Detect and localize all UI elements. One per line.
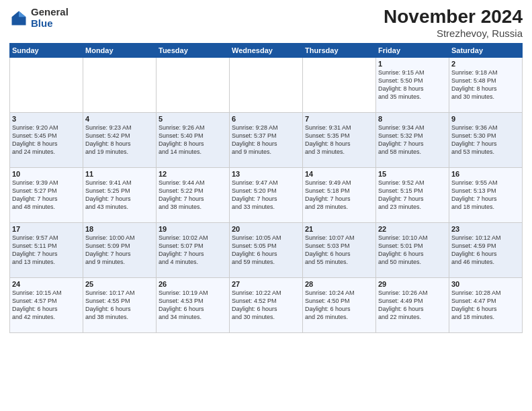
logo-blue-text: Blue bbox=[31, 18, 69, 30]
day-number: 10 bbox=[12, 170, 81, 178]
calendar-cell-w4-d1: 17Sunrise: 9:57 AM Sunset: 5:11 PM Dayli… bbox=[10, 222, 83, 277]
day-info: Sunrise: 10:28 AM Sunset: 4:47 PM Daylig… bbox=[451, 289, 520, 322]
calendar-cell-w5-d6: 29Sunrise: 10:26 AM Sunset: 4:49 PM Dayl… bbox=[376, 277, 449, 332]
day-info: Sunrise: 9:57 AM Sunset: 5:11 PM Dayligh… bbox=[12, 234, 81, 267]
calendar-cell-w4-d3: 19Sunrise: 10:02 AM Sunset: 5:07 PM Dayl… bbox=[157, 222, 230, 277]
day-info: Sunrise: 10:07 AM Sunset: 5:03 PM Daylig… bbox=[305, 234, 373, 267]
svg-marker-1 bbox=[19, 11, 26, 17]
day-number: 14 bbox=[305, 170, 373, 178]
day-number: 12 bbox=[159, 170, 227, 178]
day-number: 23 bbox=[451, 225, 520, 233]
calendar-cell-w5-d1: 24Sunrise: 10:15 AM Sunset: 4:57 PM Dayl… bbox=[10, 277, 83, 332]
day-number: 4 bbox=[85, 115, 154, 123]
day-info: Sunrise: 10:22 AM Sunset: 4:52 PM Daylig… bbox=[232, 289, 300, 322]
day-info: Sunrise: 9:36 AM Sunset: 5:30 PM Dayligh… bbox=[451, 124, 520, 156]
day-number: 21 bbox=[305, 225, 373, 233]
week-row-3: 10Sunrise: 9:39 AM Sunset: 5:27 PM Dayli… bbox=[10, 167, 523, 222]
calendar-cell-w3-d4: 13Sunrise: 9:47 AM Sunset: 5:20 PM Dayli… bbox=[230, 167, 303, 222]
day-number: 24 bbox=[12, 280, 81, 288]
day-number: 18 bbox=[85, 225, 154, 233]
col-tuesday: Tuesday bbox=[157, 43, 230, 57]
day-number: 5 bbox=[159, 115, 227, 123]
header-row: Sunday Monday Tuesday Wednesday Thursday… bbox=[10, 43, 523, 57]
day-info: Sunrise: 9:18 AM Sunset: 5:48 PM Dayligh… bbox=[451, 68, 520, 101]
day-info: Sunrise: 9:39 AM Sunset: 5:27 PM Dayligh… bbox=[12, 179, 81, 212]
calendar-cell-w1-d6: 1Sunrise: 9:15 AM Sunset: 5:50 PM Daylig… bbox=[376, 57, 449, 112]
day-info: Sunrise: 10:00 AM Sunset: 5:09 PM Daylig… bbox=[85, 234, 154, 267]
calendar-cell-w5-d2: 25Sunrise: 10:17 AM Sunset: 4:55 PM Dayl… bbox=[83, 277, 157, 332]
day-number: 7 bbox=[305, 115, 373, 123]
day-info: Sunrise: 9:26 AM Sunset: 5:40 PM Dayligh… bbox=[159, 124, 227, 156]
calendar-header: Sunday Monday Tuesday Wednesday Thursday… bbox=[10, 43, 523, 57]
day-number: 16 bbox=[451, 170, 520, 178]
logo-text: General Blue bbox=[31, 7, 69, 29]
calendar-cell-w3-d5: 14Sunrise: 9:49 AM Sunset: 5:18 PM Dayli… bbox=[303, 167, 376, 222]
col-wednesday: Wednesday bbox=[230, 43, 303, 57]
day-number: 30 bbox=[451, 280, 520, 288]
day-info: Sunrise: 9:23 AM Sunset: 5:42 PM Dayligh… bbox=[85, 124, 154, 156]
calendar-cell-w1-d2 bbox=[83, 57, 157, 112]
day-number: 2 bbox=[451, 60, 520, 68]
week-row-4: 17Sunrise: 9:57 AM Sunset: 5:11 PM Dayli… bbox=[10, 222, 523, 277]
logo-general-text: General bbox=[31, 7, 69, 18]
day-info: Sunrise: 10:02 AM Sunset: 5:07 PM Daylig… bbox=[159, 234, 227, 267]
day-info: Sunrise: 9:20 AM Sunset: 5:45 PM Dayligh… bbox=[12, 124, 81, 156]
day-number: 9 bbox=[451, 115, 520, 123]
calendar-cell-w4-d4: 20Sunrise: 10:05 AM Sunset: 5:05 PM Dayl… bbox=[230, 222, 303, 277]
calendar-cell-w1-d3 bbox=[157, 57, 230, 112]
calendar-title: November 2024 bbox=[384, 7, 523, 28]
calendar-cell-w3-d3: 12Sunrise: 9:44 AM Sunset: 5:22 PM Dayli… bbox=[157, 167, 230, 222]
calendar-cell-w1-d7: 2Sunrise: 9:18 AM Sunset: 5:48 PM Daylig… bbox=[449, 57, 523, 112]
calendar-cell-w1-d4 bbox=[230, 57, 303, 112]
day-number: 8 bbox=[378, 115, 447, 123]
day-info: Sunrise: 10:10 AM Sunset: 5:01 PM Daylig… bbox=[378, 234, 447, 267]
day-info: Sunrise: 9:55 AM Sunset: 5:13 PM Dayligh… bbox=[451, 179, 520, 212]
day-info: Sunrise: 9:31 AM Sunset: 5:35 PM Dayligh… bbox=[305, 124, 373, 156]
calendar-subtitle: Strezhevoy, Russia bbox=[384, 28, 523, 39]
day-number: 29 bbox=[378, 280, 447, 288]
day-number: 25 bbox=[85, 280, 154, 288]
calendar-cell-w3-d2: 11Sunrise: 9:41 AM Sunset: 5:25 PM Dayli… bbox=[83, 167, 157, 222]
day-info: Sunrise: 10:15 AM Sunset: 4:57 PM Daylig… bbox=[12, 289, 81, 322]
calendar-cell-w2-d1: 3Sunrise: 9:20 AM Sunset: 5:45 PM Daylig… bbox=[10, 112, 83, 167]
header: General Blue November 2024 Strezhevoy, R… bbox=[9, 7, 523, 39]
day-info: Sunrise: 10:24 AM Sunset: 4:50 PM Daylig… bbox=[305, 289, 373, 322]
logo: General Blue bbox=[9, 7, 69, 29]
calendar-cell-w1-d5 bbox=[303, 57, 376, 112]
calendar-cell-w2-d2: 4Sunrise: 9:23 AM Sunset: 5:42 PM Daylig… bbox=[83, 112, 157, 167]
title-block: November 2024 Strezhevoy, Russia bbox=[384, 7, 523, 39]
day-info: Sunrise: 9:44 AM Sunset: 5:22 PM Dayligh… bbox=[159, 179, 227, 212]
calendar-cell-w5-d7: 30Sunrise: 10:28 AM Sunset: 4:47 PM Dayl… bbox=[449, 277, 523, 332]
calendar-cell-w5-d5: 28Sunrise: 10:24 AM Sunset: 4:50 PM Dayl… bbox=[303, 277, 376, 332]
calendar-table: Sunday Monday Tuesday Wednesday Thursday… bbox=[9, 43, 523, 333]
day-number: 15 bbox=[378, 170, 447, 178]
col-friday: Friday bbox=[376, 43, 449, 57]
day-number: 20 bbox=[232, 225, 300, 233]
calendar-cell-w4-d7: 23Sunrise: 10:12 AM Sunset: 4:59 PM Dayl… bbox=[449, 222, 523, 277]
day-info: Sunrise: 10:12 AM Sunset: 4:59 PM Daylig… bbox=[451, 234, 520, 267]
day-info: Sunrise: 9:49 AM Sunset: 5:18 PM Dayligh… bbox=[305, 179, 373, 212]
calendar-cell-w1-d1 bbox=[10, 57, 83, 112]
day-number: 28 bbox=[305, 280, 373, 288]
day-info: Sunrise: 9:28 AM Sunset: 5:37 PM Dayligh… bbox=[232, 124, 300, 156]
calendar-cell-w3-d6: 15Sunrise: 9:52 AM Sunset: 5:15 PM Dayli… bbox=[376, 167, 449, 222]
calendar-cell-w4-d6: 22Sunrise: 10:10 AM Sunset: 5:01 PM Dayl… bbox=[376, 222, 449, 277]
day-number: 6 bbox=[232, 115, 300, 123]
calendar-body: 1Sunrise: 9:15 AM Sunset: 5:50 PM Daylig… bbox=[10, 57, 523, 332]
calendar-cell-w3-d1: 10Sunrise: 9:39 AM Sunset: 5:27 PM Dayli… bbox=[10, 167, 83, 222]
calendar-cell-w5-d4: 27Sunrise: 10:22 AM Sunset: 4:52 PM Dayl… bbox=[230, 277, 303, 332]
col-thursday: Thursday bbox=[303, 43, 376, 57]
day-number: 13 bbox=[232, 170, 300, 178]
day-info: Sunrise: 9:52 AM Sunset: 5:15 PM Dayligh… bbox=[378, 179, 447, 212]
day-number: 22 bbox=[378, 225, 447, 233]
page: General Blue November 2024 Strezhevoy, R… bbox=[0, 0, 532, 411]
week-row-5: 24Sunrise: 10:15 AM Sunset: 4:57 PM Dayl… bbox=[10, 277, 523, 332]
day-number: 27 bbox=[232, 280, 300, 288]
calendar-cell-w2-d7: 9Sunrise: 9:36 AM Sunset: 5:30 PM Daylig… bbox=[449, 112, 523, 167]
day-number: 26 bbox=[159, 280, 227, 288]
calendar-cell-w2-d6: 8Sunrise: 9:34 AM Sunset: 5:32 PM Daylig… bbox=[376, 112, 449, 167]
col-sunday: Sunday bbox=[10, 43, 83, 57]
calendar-cell-w5-d3: 26Sunrise: 10:19 AM Sunset: 4:53 PM Dayl… bbox=[157, 277, 230, 332]
day-number: 3 bbox=[12, 115, 81, 123]
day-number: 1 bbox=[378, 60, 447, 68]
